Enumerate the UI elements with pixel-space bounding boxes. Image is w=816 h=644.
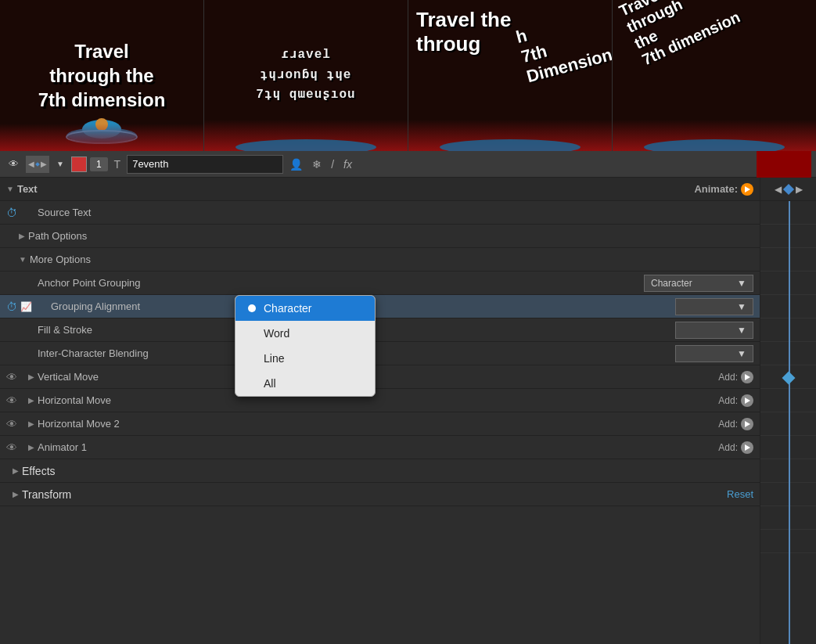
- svg-marker-8: [745, 374, 750, 380]
- text-expand-arrow[interactable]: ▼: [6, 185, 14, 193]
- preview-item-3[interactable]: Travel thethroug h7thDimension: [408, 0, 613, 151]
- vertical-move-row: 👁 ▶ Vertical Move Add:: [0, 365, 760, 389]
- all-dot-empty: [248, 380, 256, 387]
- svg-marker-11: [745, 444, 750, 451]
- horizontal-move2-add-btn[interactable]: [741, 418, 753, 430]
- anchor-grouping-dropdown[interactable]: Character ▼: [644, 275, 753, 292]
- animator1-add-btn[interactable]: [741, 441, 753, 454]
- vertical-move-label: Vertical Move: [38, 371, 718, 383]
- layer-color-swatch[interactable]: [71, 157, 87, 172]
- fill-stroke-row: Fill & Stroke ▼: [0, 318, 760, 342]
- reset-container: Reset: [727, 488, 753, 500]
- grouping-alignment-dropdown[interactable]: ▼: [675, 298, 753, 315]
- path-options-label: Path Options: [28, 230, 753, 242]
- preview-text-1: Travelthrough the7th dimension: [32, 33, 172, 119]
- effects-row[interactable]: ▶ Effects: [0, 459, 760, 483]
- preview-strip: Travelthrough the7th dimension ɾɹavelʇɥɹ…: [0, 0, 816, 151]
- reset-link[interactable]: Reset: [727, 488, 753, 500]
- option-line-label: Line: [264, 352, 284, 365]
- fill-stroke-dropdown[interactable]: ▼: [675, 322, 753, 339]
- vertical-move-add-btn[interactable]: [741, 371, 753, 383]
- anchor-grouping-selected: Character: [651, 278, 692, 289]
- more-options-row[interactable]: ▼ More Options: [0, 248, 760, 272]
- timeline-sidebar: ◀ ▶: [760, 178, 816, 644]
- svg-marker-7: [745, 186, 750, 192]
- horizontal-move-add-btn[interactable]: [741, 394, 753, 407]
- animate-container: Animate:: [694, 183, 753, 196]
- more-options-arrow[interactable]: ▼: [19, 255, 27, 264]
- animator1-arrow[interactable]: ▶: [28, 443, 34, 452]
- preview-item-1[interactable]: Travelthrough the7th dimension: [0, 0, 204, 151]
- dropdown-option-line[interactable]: Line: [235, 346, 375, 371]
- svg-marker-9: [745, 398, 750, 404]
- horizontal-move2-arrow[interactable]: ▶: [28, 419, 34, 428]
- horizontal-move-add: Add:: [718, 394, 753, 407]
- anchor-point-grouping-value: Character ▼: [644, 275, 753, 292]
- horizontal-move2-add-label: Add:: [718, 419, 738, 430]
- option-character-label: Character: [264, 302, 311, 315]
- grouping-alignment-value: ▼: [675, 298, 753, 315]
- fx-icon[interactable]: fx: [340, 157, 355, 172]
- main-panel: ▼ Text Animate: ⏱ Source Text ▶ Path Opt…: [0, 178, 816, 644]
- person-link-icon[interactable]: 👤: [286, 157, 306, 172]
- animator1-add-label: Add:: [718, 442, 738, 453]
- dropdown-chevron: ▼: [737, 278, 746, 289]
- vertical-move-arrow[interactable]: ▶: [28, 372, 34, 381]
- nav-diamond[interactable]: [782, 183, 793, 194]
- character-dot: [248, 304, 256, 312]
- svg-point-4: [235, 139, 376, 151]
- preview-text-3b: h7thDimension: [513, 5, 612, 87]
- animate-btn[interactable]: [741, 183, 753, 196]
- effects-label: Effects: [22, 465, 753, 477]
- anchor-point-grouping-label: Anchor Point Grouping: [6, 277, 644, 289]
- expand-layer-btn[interactable]: ▼: [52, 157, 68, 171]
- more-options-label: More Options: [30, 254, 753, 265]
- eye-toggle-btn[interactable]: 👁: [5, 156, 23, 172]
- horizontal-move-arrow[interactable]: ▶: [28, 396, 34, 405]
- source-text-label: Source Text: [22, 207, 753, 218]
- timeline-vertical-line: [789, 201, 790, 644]
- text-section-label: Text: [17, 183, 694, 195]
- nav-arrows: ◀ ▶: [773, 182, 804, 196]
- timeline-track: [760, 201, 816, 644]
- pen-icon[interactable]: /: [328, 157, 337, 172]
- fill-stroke-value: ▼: [675, 322, 753, 339]
- transform-arrow[interactable]: ▶: [13, 490, 19, 498]
- preview-item-4[interactable]: Travelthroughthe7th dimension: [613, 0, 816, 151]
- horizontal-move-label: Horizontal Move: [38, 394, 718, 406]
- eye-icon-horizontal2: 👁: [6, 418, 17, 430]
- source-text-row: ⏱ Source Text: [0, 201, 760, 225]
- path-options-arrow[interactable]: ▶: [19, 232, 25, 240]
- align-dropdown-chevron: ▼: [737, 301, 746, 312]
- line-dot-empty: [248, 354, 256, 362]
- preview-text-2: ɾɹavelʇɥɹonɓɥ ʇɥe7ʇɥ qɯeuʂıou: [250, 39, 361, 112]
- dropdown-option-all[interactable]: All: [235, 371, 375, 396]
- horizontal-move-row: 👁 ▶ Horizontal Move Add:: [0, 389, 760, 412]
- inter-char-dropdown[interactable]: ▼: [675, 345, 753, 362]
- preview-item-2[interactable]: ɾɹavelʇɥɹonɓɥ ʇɥe7ʇɥ qɯeuʂıou: [204, 0, 408, 151]
- vertical-move-add-label: Add:: [718, 372, 738, 383]
- dropdown-option-character[interactable]: Character: [235, 296, 375, 321]
- eye-icon-animator1: 👁: [6, 441, 17, 454]
- animator1-add: Add:: [718, 441, 753, 454]
- layer-name-input[interactable]: [127, 155, 283, 174]
- horizontal-move2-label: Horizontal Move 2: [38, 418, 718, 430]
- layer-type-indicator: ◀ ▶: [26, 156, 49, 173]
- text-section-header: ▼ Text Animate:: [0, 178, 760, 201]
- transform-row: ▶ Transform Reset: [0, 483, 760, 506]
- snowflake-icon[interactable]: ❄: [309, 157, 325, 172]
- transform-label: Transform: [22, 488, 727, 501]
- eye-icon-vertical: 👁: [6, 371, 17, 383]
- anchor-point-grouping-row: Anchor Point Grouping Character ▼ Charac…: [0, 272, 760, 295]
- nav-right-arrow[interactable]: ▶: [794, 182, 804, 196]
- effects-arrow[interactable]: ▶: [13, 466, 19, 475]
- inter-char-row: Inter-Character Blending ▼: [0, 342, 760, 365]
- timeline-header-end: [757, 151, 811, 178]
- layer-type-icon: T: [111, 158, 124, 171]
- nav-left-arrow[interactable]: ◀: [773, 182, 783, 196]
- grouping-dropdown-popup: Character Word Line All: [235, 295, 376, 397]
- layer-number: 1: [90, 157, 108, 171]
- path-options-row[interactable]: ▶ Path Options: [0, 225, 760, 248]
- animator1-label: Animator 1: [38, 441, 718, 453]
- dropdown-option-word[interactable]: Word: [235, 321, 375, 346]
